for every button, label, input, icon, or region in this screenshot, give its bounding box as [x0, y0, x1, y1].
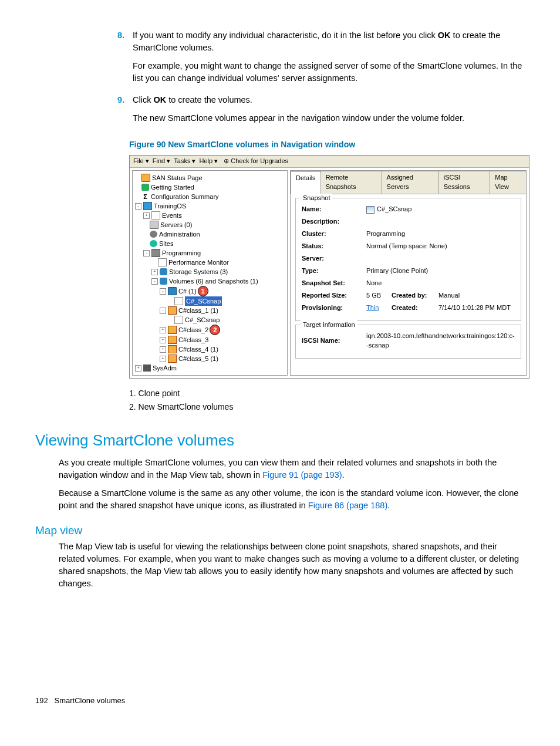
label-server: Server: [302, 254, 366, 264]
menu-find[interactable]: Find ▾ [153, 157, 170, 166]
tree-san-status[interactable]: SAN Status Page [152, 173, 203, 183]
tree-volumes[interactable]: Volumes (6) and Snapshots (1) [169, 276, 258, 286]
text: If you want to modify any individual cha… [133, 31, 438, 40]
target-info-fieldset: Target Information iSCSI Name:iqn.2003-1… [295, 325, 521, 359]
arrow-icon [141, 184, 149, 191]
value-created-by: Manual [438, 291, 515, 301]
expand-icon[interactable]: + [160, 337, 166, 343]
label-created: Created: [392, 303, 438, 313]
tree-storage[interactable]: Storage Systems (3) [169, 267, 228, 276]
tab-remote-snapshots[interactable]: Remote Snapshots [321, 171, 382, 194]
tab-iscsi-sessions[interactable]: iSCSI Sessions [438, 171, 490, 194]
text: Click [133, 95, 153, 104]
xref-figure-86[interactable]: Figure 86 (page 188) [308, 501, 387, 510]
value-provisioning-link[interactable]: Thin [366, 303, 392, 313]
xref-figure-91[interactable]: Figure 91 (page 193) [262, 470, 342, 480]
navigation-tree[interactable]: SAN Status Page Getting Started ΣConfigu… [132, 170, 288, 376]
value-reported-size: 5 GB [366, 291, 392, 301]
sigma-icon: Σ [141, 193, 149, 200]
tree-c1snap[interactable]: C#_SCsnap [185, 296, 222, 306]
step-8-p2: For example, you might want to change th… [133, 60, 525, 85]
tree-sites[interactable]: Sites [159, 239, 173, 248]
detail-pane: Details Remote Snapshots Assigned Server… [290, 170, 527, 376]
section1-p1: As you create multiple SmartClone volume… [59, 457, 525, 481]
label-description: Description: [302, 217, 366, 227]
volume-icon [168, 345, 177, 353]
storage-icon [160, 268, 167, 275]
snapshot-fieldset: Snapshot Name:C#_SCsnap Description: Clu… [295, 198, 521, 320]
tab-assigned-servers[interactable]: Assigned Servers [382, 171, 439, 194]
tree-cc1snap[interactable]: C#_SCsnap [185, 315, 220, 325]
expand-icon[interactable]: + [160, 356, 166, 362]
ok-bold: OK [153, 95, 166, 104]
tree-cc1[interactable]: C#class_1 (1) [178, 306, 218, 315]
label-name: Name: [302, 205, 366, 214]
tab-details[interactable]: Details [291, 171, 321, 194]
server-icon [151, 249, 160, 257]
tree-events[interactable]: Events [162, 211, 182, 220]
tree-cc3[interactable]: C#class_3 [178, 335, 208, 345]
target-info-legend: Target Information [301, 320, 357, 330]
home-icon [141, 174, 150, 182]
volume-icon [168, 287, 177, 295]
cluster-icon [143, 202, 152, 210]
tree-perfmon[interactable]: Performance Monitor [168, 258, 229, 267]
tree-cc5[interactable]: C#class_5 (1) [178, 354, 218, 363]
heading-map-view: Map view [35, 522, 525, 539]
menu-file[interactable]: File ▾ [133, 157, 149, 166]
tree-cc4[interactable]: C#class_4 (1) [178, 345, 218, 354]
expand-icon[interactable]: + [151, 269, 158, 275]
menu-help[interactable]: Help ▾ [199, 157, 218, 166]
tree-c1[interactable]: C# (1) [178, 286, 197, 296]
label-cluster: Cluster: [302, 229, 366, 239]
expand-icon[interactable]: + [160, 346, 166, 353]
tree-servers[interactable]: Servers (0) [160, 220, 192, 229]
snapshot-icon [174, 297, 183, 305]
tree-config-summary[interactable]: Configuration Summary [151, 192, 219, 201]
expand-icon[interactable]: - [160, 308, 166, 314]
expand-icon[interactable]: - [135, 203, 141, 210]
value-iscsi-name: iqn.2003-10.com.lefthandnetworks:trainin… [366, 332, 515, 350]
text: to create the volumes. [166, 95, 252, 104]
gear-icon [150, 231, 157, 238]
snapshot-icon [366, 206, 375, 214]
figure-90-title: Figure 90 New SmartClone volumes in Navi… [129, 139, 525, 150]
page-footer: 192 SmartClone volumes [35, 696, 525, 707]
tree-trainingos[interactable]: TrainingOS [154, 201, 186, 211]
menu-tasks[interactable]: Tasks ▾ [174, 157, 195, 166]
tree-getting-started[interactable]: Getting Started [151, 183, 194, 192]
app-menubar: File ▾ Find ▾ Tasks ▾ Help ▾ ⊕ Check for… [130, 156, 529, 168]
section2-p1: The Map View tab is useful for viewing t… [59, 541, 525, 590]
heading-viewing-smartclone: Viewing SmartClone volumes [35, 430, 525, 452]
step-8-number: 8. [106, 29, 133, 90]
tree-cc2[interactable]: C#class_2 [178, 325, 208, 335]
step-8-p1: If you want to modify any individual cha… [133, 29, 525, 54]
snapshot-legend: Snapshot [301, 194, 332, 203]
step-9-number: 9. [106, 94, 133, 130]
expand-icon[interactable]: + [160, 327, 166, 333]
expand-icon[interactable]: - [160, 288, 166, 295]
value-status: Normal (Temp space: None) [366, 242, 515, 251]
figure-caption-2: 2. New SmartClone volumes [129, 400, 525, 413]
expand-icon[interactable]: + [143, 212, 150, 219]
label-reported-size: Reported Size: [302, 291, 366, 301]
chart-icon [158, 258, 167, 266]
volume-icon [168, 326, 177, 334]
volume-icon [168, 306, 177, 315]
tree-sysadm[interactable]: SysAdm [153, 363, 177, 373]
label-created-by: Created by: [392, 291, 438, 301]
expand-icon[interactable]: - [143, 250, 150, 256]
ok-bold: OK [438, 31, 451, 40]
servers-icon [150, 221, 158, 229]
value-type: Primary (Clone Point) [366, 266, 515, 276]
expand-icon[interactable]: + [135, 365, 141, 372]
footer-chapter-title: SmartClone volumes [55, 696, 126, 705]
section1-p2: Because a SmartClone volume is the same … [59, 487, 525, 512]
expand-icon[interactable]: - [151, 278, 158, 285]
value-created: 7/14/10 1:01:28 PM MDT [438, 303, 515, 313]
menu-check-upgrades[interactable]: ⊕ Check for Upgrades [224, 157, 288, 166]
label-status: Status: [302, 242, 366, 251]
tree-admin[interactable]: Administration [159, 229, 200, 239]
tab-map-view[interactable]: Map View [490, 171, 527, 194]
tree-programming[interactable]: Programming [162, 248, 201, 258]
